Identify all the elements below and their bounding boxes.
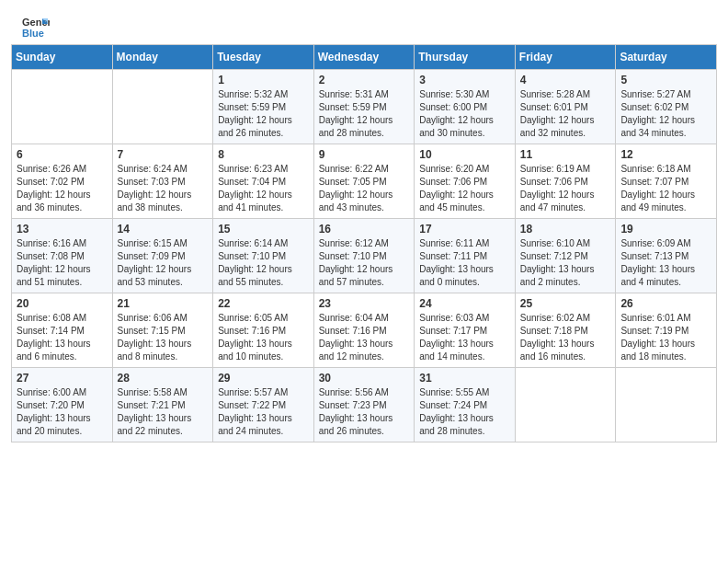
- calendar-week-row: 1Sunrise: 5:32 AM Sunset: 5:59 PM Daylig…: [12, 70, 717, 144]
- day-info: Sunrise: 6:14 AM Sunset: 7:10 PM Dayligh…: [218, 237, 309, 289]
- day-number: 23: [319, 297, 410, 310]
- day-number: 21: [118, 297, 209, 310]
- calendar-cell: 31Sunrise: 5:55 AM Sunset: 7:24 PM Dayli…: [415, 368, 516, 442]
- weekday-header-monday: Monday: [112, 45, 213, 70]
- day-number: 14: [118, 223, 209, 236]
- calendar-cell: 7Sunrise: 6:24 AM Sunset: 7:03 PM Daylig…: [112, 144, 213, 219]
- day-number: 11: [520, 148, 611, 161]
- weekday-header-friday: Friday: [515, 45, 616, 70]
- day-info: Sunrise: 6:03 AM Sunset: 7:17 PM Dayligh…: [419, 312, 510, 363]
- calendar-cell: 9Sunrise: 6:22 AM Sunset: 7:05 PM Daylig…: [313, 144, 415, 219]
- calendar-week-row: 20Sunrise: 6:08 AM Sunset: 7:14 PM Dayli…: [12, 293, 717, 368]
- day-info: Sunrise: 6:19 AM Sunset: 7:06 PM Dayligh…: [520, 163, 611, 214]
- weekday-header-wednesday: Wednesday: [313, 45, 415, 70]
- logo-icon: General Blue: [22, 15, 50, 40]
- day-info: Sunrise: 6:15 AM Sunset: 7:09 PM Dayligh…: [118, 237, 209, 289]
- day-info: Sunrise: 5:27 AM Sunset: 6:02 PM Dayligh…: [620, 88, 711, 140]
- calendar-cell: 15Sunrise: 6:14 AM Sunset: 7:10 PM Dayli…: [213, 219, 314, 293]
- day-info: Sunrise: 6:04 AM Sunset: 7:16 PM Dayligh…: [319, 312, 410, 363]
- weekday-header-row: SundayMondayTuesdayWednesdayThursdayFrid…: [12, 45, 717, 70]
- calendar-cell: 26Sunrise: 6:01 AM Sunset: 7:19 PM Dayli…: [616, 293, 717, 368]
- day-number: 29: [218, 372, 309, 385]
- day-number: 28: [118, 372, 209, 385]
- calendar-cell: 28Sunrise: 5:58 AM Sunset: 7:21 PM Dayli…: [112, 368, 213, 442]
- calendar-cell: 13Sunrise: 6:16 AM Sunset: 7:08 PM Dayli…: [12, 219, 113, 293]
- day-number: 3: [419, 74, 510, 86]
- day-info: Sunrise: 6:24 AM Sunset: 7:03 PM Dayligh…: [118, 163, 209, 214]
- calendar-cell: 22Sunrise: 6:05 AM Sunset: 7:16 PM Dayli…: [213, 293, 314, 368]
- day-info: Sunrise: 5:58 AM Sunset: 7:21 PM Dayligh…: [118, 386, 209, 438]
- day-number: 27: [17, 372, 108, 385]
- day-number: 7: [118, 148, 209, 161]
- day-info: Sunrise: 6:26 AM Sunset: 7:02 PM Dayligh…: [17, 163, 108, 214]
- day-number: 9: [319, 148, 410, 161]
- calendar-cell: 11Sunrise: 6:19 AM Sunset: 7:06 PM Dayli…: [515, 144, 616, 219]
- svg-text:Blue: Blue: [22, 28, 44, 39]
- day-number: 16: [319, 223, 410, 236]
- calendar-cell: [112, 70, 213, 144]
- weekday-header-saturday: Saturday: [616, 45, 717, 70]
- calendar-cell: 6Sunrise: 6:26 AM Sunset: 7:02 PM Daylig…: [12, 144, 113, 219]
- calendar-cell: 17Sunrise: 6:11 AM Sunset: 7:11 PM Dayli…: [415, 219, 516, 293]
- day-info: Sunrise: 6:18 AM Sunset: 7:07 PM Dayligh…: [620, 163, 711, 214]
- calendar-cell: 24Sunrise: 6:03 AM Sunset: 7:17 PM Dayli…: [415, 293, 516, 368]
- calendar-cell: 2Sunrise: 5:31 AM Sunset: 5:59 PM Daylig…: [313, 70, 415, 144]
- logo: General Blue: [22, 15, 50, 40]
- weekday-header-sunday: Sunday: [12, 45, 113, 70]
- weekday-header-thursday: Thursday: [415, 45, 516, 70]
- day-info: Sunrise: 5:56 AM Sunset: 7:23 PM Dayligh…: [319, 386, 410, 438]
- day-info: Sunrise: 5:32 AM Sunset: 5:59 PM Dayligh…: [218, 88, 309, 140]
- day-number: 19: [620, 223, 711, 236]
- calendar-cell: 16Sunrise: 6:12 AM Sunset: 7:10 PM Dayli…: [313, 219, 415, 293]
- calendar-cell: 5Sunrise: 5:27 AM Sunset: 6:02 PM Daylig…: [616, 70, 717, 144]
- day-number: 31: [419, 372, 510, 385]
- day-info: Sunrise: 5:55 AM Sunset: 7:24 PM Dayligh…: [419, 386, 510, 438]
- day-info: Sunrise: 6:23 AM Sunset: 7:04 PM Dayligh…: [218, 163, 309, 214]
- day-info: Sunrise: 5:30 AM Sunset: 6:00 PM Dayligh…: [419, 88, 510, 140]
- calendar-week-row: 27Sunrise: 6:00 AM Sunset: 7:20 PM Dayli…: [12, 368, 717, 442]
- calendar-cell: 8Sunrise: 6:23 AM Sunset: 7:04 PM Daylig…: [213, 144, 314, 219]
- calendar-table: SundayMondayTuesdayWednesdayThursdayFrid…: [11, 44, 717, 442]
- day-info: Sunrise: 5:31 AM Sunset: 5:59 PM Dayligh…: [319, 88, 410, 140]
- day-info: Sunrise: 6:01 AM Sunset: 7:19 PM Dayligh…: [620, 312, 711, 363]
- day-info: Sunrise: 6:08 AM Sunset: 7:14 PM Dayligh…: [17, 312, 108, 363]
- day-number: 13: [17, 223, 108, 236]
- calendar-cell: 1Sunrise: 5:32 AM Sunset: 5:59 PM Daylig…: [213, 70, 314, 144]
- day-info: Sunrise: 6:00 AM Sunset: 7:20 PM Dayligh…: [17, 386, 108, 438]
- day-number: 4: [520, 74, 611, 86]
- day-number: 15: [218, 223, 309, 236]
- day-info: Sunrise: 6:09 AM Sunset: 7:13 PM Dayligh…: [620, 237, 711, 289]
- page-header: General Blue: [0, 0, 728, 44]
- calendar-cell: 12Sunrise: 6:18 AM Sunset: 7:07 PM Dayli…: [616, 144, 717, 219]
- day-number: 20: [17, 297, 108, 310]
- day-info: Sunrise: 6:16 AM Sunset: 7:08 PM Dayligh…: [17, 237, 108, 289]
- calendar-cell: 27Sunrise: 6:00 AM Sunset: 7:20 PM Dayli…: [12, 368, 113, 442]
- day-info: Sunrise: 6:05 AM Sunset: 7:16 PM Dayligh…: [218, 312, 309, 363]
- calendar-week-row: 13Sunrise: 6:16 AM Sunset: 7:08 PM Dayli…: [12, 219, 717, 293]
- calendar-cell: [616, 368, 717, 442]
- calendar-cell: [515, 368, 616, 442]
- day-number: 5: [620, 74, 711, 86]
- day-info: Sunrise: 6:10 AM Sunset: 7:12 PM Dayligh…: [520, 237, 611, 289]
- day-info: Sunrise: 6:12 AM Sunset: 7:10 PM Dayligh…: [319, 237, 410, 289]
- day-number: 30: [319, 372, 410, 385]
- day-info: Sunrise: 6:22 AM Sunset: 7:05 PM Dayligh…: [319, 163, 410, 214]
- day-info: Sunrise: 6:02 AM Sunset: 7:18 PM Dayligh…: [520, 312, 611, 363]
- day-info: Sunrise: 6:06 AM Sunset: 7:15 PM Dayligh…: [118, 312, 209, 363]
- day-info: Sunrise: 6:11 AM Sunset: 7:11 PM Dayligh…: [419, 237, 510, 289]
- calendar-cell: [12, 70, 113, 144]
- day-number: 2: [319, 74, 410, 86]
- day-number: 24: [419, 297, 510, 310]
- calendar-cell: 30Sunrise: 5:56 AM Sunset: 7:23 PM Dayli…: [313, 368, 415, 442]
- day-number: 6: [17, 148, 108, 161]
- calendar-cell: 14Sunrise: 6:15 AM Sunset: 7:09 PM Dayli…: [112, 219, 213, 293]
- calendar-cell: 19Sunrise: 6:09 AM Sunset: 7:13 PM Dayli…: [616, 219, 717, 293]
- day-info: Sunrise: 5:57 AM Sunset: 7:22 PM Dayligh…: [218, 386, 309, 438]
- day-number: 1: [218, 74, 309, 86]
- day-number: 17: [419, 223, 510, 236]
- day-info: Sunrise: 5:28 AM Sunset: 6:01 PM Dayligh…: [520, 88, 611, 140]
- calendar-cell: 23Sunrise: 6:04 AM Sunset: 7:16 PM Dayli…: [313, 293, 415, 368]
- calendar-cell: 21Sunrise: 6:06 AM Sunset: 7:15 PM Dayli…: [112, 293, 213, 368]
- day-number: 8: [218, 148, 309, 161]
- day-number: 26: [620, 297, 711, 310]
